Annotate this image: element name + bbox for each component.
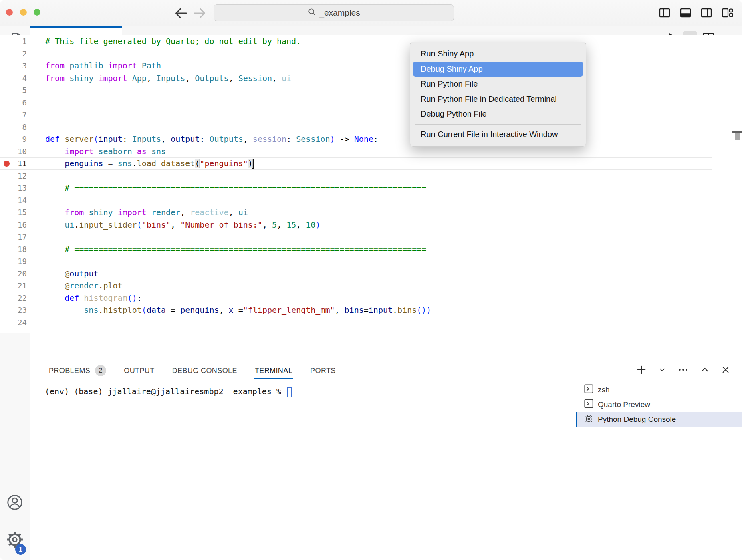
code-line-10[interactable]: 10 import seaborn as sns [0, 145, 712, 158]
toggle-panel-icon[interactable] [678, 5, 693, 21]
terminal-list-label: zsh [598, 385, 610, 394]
line-number[interactable]: 15 [0, 206, 27, 219]
code-line-16[interactable]: 16 ui.input_slider("bins", "Number of bi… [0, 219, 712, 231]
line-number[interactable]: 22 [0, 292, 27, 304]
line-number[interactable]: 6 [0, 97, 27, 109]
menu-item-run-shiny-app[interactable]: Run Shiny App [410, 46, 586, 62]
forward-arrow-icon[interactable] [192, 5, 208, 21]
scrollbar-decoration[interactable] [735, 133, 740, 140]
back-arrow-icon[interactable] [173, 5, 189, 21]
code-line-19[interactable]: 19 [0, 255, 712, 268]
account-button[interactable] [0, 489, 30, 517]
command-center-search[interactable]: _examples [214, 4, 454, 21]
terminal-output[interactable]: (env) (base) jjallaire@jjallairesmbp2 _e… [45, 387, 292, 397]
line-number[interactable]: 2 [0, 48, 27, 60]
code-line-1[interactable]: 1# This file generated by Quarto; do not… [0, 35, 712, 48]
code-line-6[interactable]: 6 [0, 97, 712, 109]
code-line-12[interactable]: 12 [0, 170, 712, 182]
code-line-4[interactable]: 4from shiny import App, Inputs, Outputs,… [0, 72, 712, 85]
line-number[interactable]: 12 [0, 170, 27, 182]
code-line-23[interactable]: 23 sns.histplot(data = penguins, x ="fli… [0, 304, 712, 316]
toggle-primary-sidebar-icon[interactable] [657, 5, 672, 21]
terminal-prompt-icon [584, 399, 594, 411]
close-panel-icon[interactable] [720, 365, 731, 377]
menu-item-run-python-file[interactable]: Run Python File [410, 77, 586, 92]
panel-tab-label: PORTS [310, 367, 336, 375]
line-number[interactable]: 4 [0, 72, 27, 85]
code-line-13[interactable]: 13 # ===================================… [0, 182, 712, 194]
search-value: _examples [319, 8, 360, 18]
line-number[interactable]: 9 [0, 133, 27, 145]
terminal-list-item-quarto-preview[interactable]: Quarto Preview [576, 397, 742, 412]
line-number[interactable]: 19 [0, 255, 27, 268]
minimize-window-button[interactable] [20, 9, 27, 16]
code-line-20[interactable]: 20 @output [0, 268, 712, 280]
terminal-list-label: Python Debug Console [598, 415, 676, 424]
line-number[interactable]: 7 [0, 109, 27, 121]
launch-profile-chevron-icon[interactable] [658, 365, 667, 376]
line-number[interactable]: 1 [0, 35, 27, 48]
maximize-panel-icon[interactable] [700, 365, 710, 377]
menu-item-debug-python-file[interactable]: Debug Python File [410, 107, 586, 122]
debug-console-bug-icon [584, 413, 594, 425]
scrollbar-decoration[interactable] [732, 131, 742, 133]
code-line-7[interactable]: 7 [0, 109, 712, 121]
panel-tab-problems[interactable]: PROBLEMS2 [49, 360, 106, 381]
line-number[interactable]: 20 [0, 268, 27, 280]
zoom-window-button[interactable] [34, 9, 40, 16]
menu-item-run-current-file-in-interactive-window[interactable]: Run Current File in Interactive Window [410, 127, 586, 142]
terminal-list: zshQuarto PreviewPython Debug Console [576, 382, 742, 427]
line-number[interactable]: 14 [0, 194, 27, 207]
panel-tab-label: DEBUG CONSOLE [172, 367, 237, 375]
bottom-panel: PROBLEMS2OUTPUTDEBUG CONSOLETERMINALPORT… [30, 360, 742, 560]
panel-tab-label: TERMINAL [255, 367, 292, 375]
panel-tab-ports[interactable]: PORTS [310, 360, 336, 381]
new-terminal-icon[interactable] [635, 364, 647, 377]
panel-tab-terminal[interactable]: TERMINAL [255, 360, 292, 381]
code-line-18[interactable]: 18 # ===================================… [0, 243, 712, 256]
close-window-button[interactable] [6, 9, 13, 16]
line-number[interactable]: 23 [0, 304, 27, 316]
line-number[interactable]: 13 [0, 182, 27, 194]
code-line-8[interactable]: 8 [0, 121, 712, 133]
code-line-5[interactable]: 5 [0, 84, 712, 97]
code-line-3[interactable]: 3from pathlib import Path [0, 60, 712, 72]
terminal-list-item-python-debug-console[interactable]: Python Debug Console [576, 412, 742, 427]
line-number[interactable]: 10 [0, 145, 27, 158]
panel-more-actions-icon[interactable] [677, 364, 689, 377]
code-line-11[interactable]: 11 penguins = sns.load_dataset("penguins… [0, 157, 712, 170]
code-line-9[interactable]: 9def server(input: Inputs, output: Outpu… [0, 133, 712, 145]
line-number[interactable]: 16 [0, 219, 27, 231]
code-line-22[interactable]: 22 def histogram(): [0, 292, 712, 304]
panel-tab-output[interactable]: OUTPUT [124, 360, 154, 381]
panel-tab-label: OUTPUT [124, 367, 154, 375]
problems-badge: 2 [95, 365, 106, 376]
settings-button[interactable]: 1 [0, 526, 30, 554]
code-line-17[interactable]: 17 [0, 231, 712, 243]
terminal-prompt-icon [584, 384, 594, 396]
terminal-list-label: Quarto Preview [598, 400, 650, 409]
code-line-14[interactable]: 14 [0, 194, 712, 207]
line-number[interactable]: 24 [0, 316, 27, 329]
code-line-24[interactable]: 24 [0, 316, 712, 329]
account-icon [6, 493, 24, 513]
line-number[interactable]: 3 [0, 60, 27, 72]
code-line-15[interactable]: 15 from shiny import render, reactive, u… [0, 206, 712, 219]
line-number[interactable]: 11 [0, 157, 27, 170]
toggle-secondary-sidebar-icon[interactable] [699, 5, 714, 21]
menu-separator [415, 124, 581, 125]
menu-item-run-python-file-in-dedicated-terminal[interactable]: Run Python File in Dedicated Terminal [410, 92, 586, 107]
line-number[interactable]: 18 [0, 243, 27, 256]
line-number[interactable]: 21 [0, 280, 27, 292]
terminal-list-item-zsh[interactable]: zsh [576, 382, 742, 397]
menu-item-debug-shiny-app[interactable]: Debug Shiny App [413, 62, 583, 77]
titlebar: _examples [0, 0, 742, 26]
line-number[interactable]: 8 [0, 121, 27, 133]
panel-tab-debug-console[interactable]: DEBUG CONSOLE [172, 360, 237, 381]
customize-layout-icon[interactable] [720, 5, 735, 21]
code-line-2[interactable]: 2 [0, 48, 712, 60]
line-number[interactable]: 17 [0, 231, 27, 243]
code-editor[interactable]: 1# This file generated by Quarto; do not… [0, 35, 742, 333]
code-line-21[interactable]: 21 @render.plot [0, 280, 712, 292]
line-number[interactable]: 5 [0, 84, 27, 97]
